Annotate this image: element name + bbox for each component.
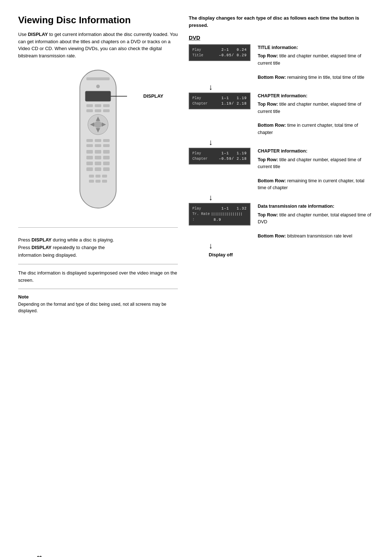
svg-point-2 bbox=[96, 85, 100, 88]
svg-rect-23 bbox=[95, 150, 101, 154]
right-header: The display changes for each type of dis… bbox=[189, 15, 374, 29]
chapter1-bottom-row: Bottom Row: time in current chapter, tot… bbox=[258, 122, 374, 136]
svg-rect-8 bbox=[95, 109, 101, 112]
data-rate-screen-box: Play 1–1 1.32 Tr. Rate : |||||||||||||||… bbox=[189, 203, 250, 225]
svg-rect-24 bbox=[103, 150, 110, 154]
svg-rect-4 bbox=[86, 104, 93, 107]
svg-point-15 bbox=[94, 121, 102, 128]
data-rate-bottom-row: Bottom Row: bitstream transmission rate … bbox=[258, 233, 374, 240]
chapter-screen2-group: Play 1–1 1.19 Chapter –0.59/ 2.18 CHAPTE… bbox=[189, 148, 374, 202]
svg-rect-26 bbox=[95, 156, 101, 159]
chapter-display-block-2: Play 1–1 1.19 Chapter –0.59/ 2.18 CHAPTE… bbox=[189, 148, 374, 191]
chapter-screen-box-1: Play 1–1 1.19 Chapter 1.19/ 2.18 bbox=[189, 93, 250, 109]
svg-rect-34 bbox=[89, 175, 94, 178]
right-column: The display changes for each type of dis… bbox=[189, 15, 374, 314]
display-label: DISPLAY bbox=[143, 93, 163, 99]
svg-rect-22 bbox=[86, 150, 93, 154]
chapter1-info-text: CHAPTER information: Top Row: title and … bbox=[258, 93, 374, 136]
svg-rect-39 bbox=[102, 180, 107, 183]
data-rate-info-title: Data transmission rate information: bbox=[258, 203, 374, 210]
data-rate-screen-group: Play 1–1 1.32 Tr. Rate : |||||||||||||||… bbox=[189, 203, 374, 250]
title-bottom-row: Bottom Row: remaining time in title, tot… bbox=[258, 74, 374, 81]
data-rate-top-row: Top Row: title and chapter number, total… bbox=[258, 212, 374, 226]
remote-svg bbox=[69, 66, 127, 219]
svg-rect-7 bbox=[86, 109, 93, 112]
chapter2-info-text: CHAPTER information: Top Row: title and … bbox=[258, 148, 374, 191]
svg-rect-35 bbox=[95, 175, 101, 178]
dvd-label: DVD bbox=[189, 34, 374, 41]
svg-rect-1 bbox=[86, 77, 110, 80]
superimposed-section: The disc information is displayed superi… bbox=[18, 269, 178, 289]
chapter-display-block-1: Play 1–1 1.19 Chapter 1.19/ 2.18 CHAPTER… bbox=[189, 93, 374, 136]
svg-rect-18 bbox=[103, 139, 110, 142]
svg-rect-32 bbox=[95, 167, 101, 171]
page-number: 46 bbox=[36, 555, 42, 557]
intro-paragraph: Use DISPLAY to get current information a… bbox=[18, 31, 178, 59]
display-off-label: Display off bbox=[209, 252, 374, 257]
dvd-section: DVD Play 2–1 0.24 Title –0.05/ 0.29 bbox=[189, 34, 374, 257]
svg-rect-29 bbox=[95, 162, 101, 165]
left-column: Viewing Disc Information Use DISPLAY to … bbox=[18, 15, 178, 314]
title-info-text: TITLE information: Top Row: title and ch… bbox=[258, 44, 374, 81]
arrow-down-4: ↓ bbox=[209, 242, 374, 250]
data-rate-display-block: Play 1–1 1.32 Tr. Rate : |||||||||||||||… bbox=[189, 203, 374, 240]
svg-rect-37 bbox=[89, 180, 94, 183]
remote-illustration: DISPLAY bbox=[18, 66, 178, 220]
chapter-screen1-group: Play 1–1 1.19 Chapter 1.19/ 2.18 CHAPTER… bbox=[189, 93, 374, 146]
svg-rect-17 bbox=[95, 139, 101, 142]
title-display-block: Play 2–1 0.24 Title –0.05/ 0.29 TITLE in… bbox=[189, 44, 374, 81]
svg-rect-27 bbox=[103, 156, 110, 159]
note-section: Note Depending on the format and type of… bbox=[18, 294, 178, 314]
note-title: Note bbox=[18, 294, 178, 300]
svg-rect-16 bbox=[86, 139, 93, 142]
svg-rect-28 bbox=[86, 162, 93, 165]
svg-rect-21 bbox=[103, 144, 110, 147]
title-info-title: TITLE information: bbox=[258, 44, 374, 51]
chapter2-bottom-row: Bottom Row: remaining time in current ch… bbox=[258, 178, 374, 192]
page-title: Viewing Disc Information bbox=[18, 15, 178, 26]
arrow-down-1: ↓ bbox=[209, 83, 374, 91]
svg-rect-19 bbox=[86, 144, 93, 147]
press-display-section: Press DISPLAY during while a disc is pla… bbox=[18, 236, 178, 264]
svg-rect-3 bbox=[85, 91, 111, 101]
svg-rect-36 bbox=[102, 175, 107, 178]
chapter1-top-row: Top Row: title and chapter number, elaps… bbox=[258, 101, 374, 115]
svg-rect-5 bbox=[95, 104, 101, 107]
svg-rect-33 bbox=[103, 167, 110, 171]
chapter-screen-box-2: Play 1–1 1.19 Chapter –0.59/ 2.18 bbox=[189, 148, 250, 164]
note-body: Depending on the format and type of disc… bbox=[18, 301, 178, 314]
svg-rect-20 bbox=[95, 144, 101, 147]
title-screen-box: Play 2–1 0.24 Title –0.05/ 0.29 bbox=[189, 44, 250, 61]
data-rate-info-text: Data transmission rate information: Top … bbox=[258, 203, 374, 240]
svg-rect-6 bbox=[103, 104, 110, 107]
svg-rect-30 bbox=[103, 162, 110, 165]
svg-rect-38 bbox=[95, 180, 101, 183]
svg-rect-9 bbox=[103, 109, 110, 112]
title-top-row: Top Row: title and chapter number, elaps… bbox=[258, 53, 374, 67]
chapter2-top-row: Top Row: title and chapter number, elaps… bbox=[258, 156, 374, 171]
svg-rect-25 bbox=[86, 156, 93, 159]
svg-rect-31 bbox=[86, 167, 93, 171]
arrow-down-3: ↓ bbox=[209, 194, 374, 202]
chapter1-info-title: CHAPTER information: bbox=[258, 93, 374, 99]
arrow-down-2: ↓ bbox=[209, 138, 374, 146]
chapter2-info-title: CHAPTER information: bbox=[258, 148, 374, 155]
title-screen-group: Play 2–1 0.24 Title –0.05/ 0.29 TITLE in… bbox=[189, 44, 374, 91]
